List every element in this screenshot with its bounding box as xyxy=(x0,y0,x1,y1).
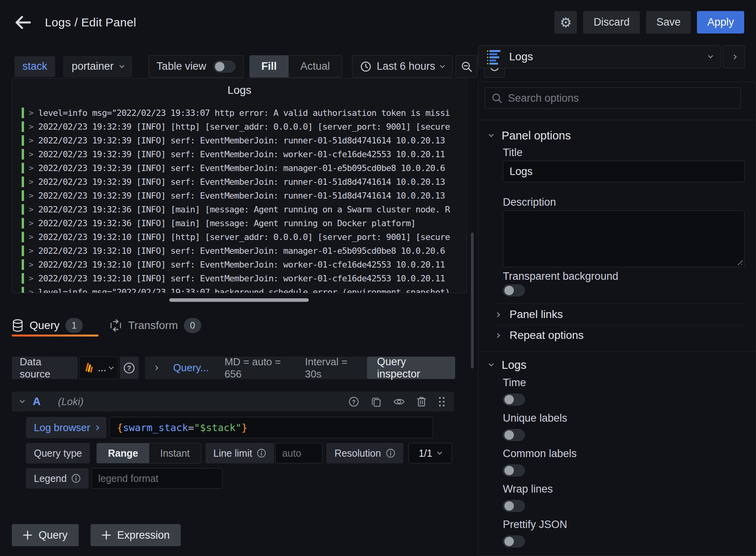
toggle-option-switch[interactable] xyxy=(503,500,525,512)
save-button[interactable]: Save xyxy=(646,11,691,33)
query-help-button[interactable]: ? xyxy=(348,396,359,407)
log-row[interactable]: > 2022/02/23 19:32:10 [INFO] [http] [ser… xyxy=(12,230,467,244)
actual-option[interactable]: Actual xyxy=(289,56,342,77)
panel-settings-button[interactable]: ⚙ xyxy=(554,11,577,33)
discard-button[interactable]: Discard xyxy=(583,11,640,33)
back-button[interactable] xyxy=(12,11,34,33)
help-circle-icon: ? xyxy=(348,396,359,407)
log-line-text: 2022/02/23 19:32:36 [INFO] [main] [messa… xyxy=(38,218,415,228)
instant-option[interactable]: Instant xyxy=(149,443,201,463)
toggle-option-item: Common labels xyxy=(503,448,577,476)
panel-options-section-header[interactable]: Panel options xyxy=(478,125,756,146)
datasource-picker[interactable]: ... xyxy=(79,357,119,379)
horizontal-scrollbar[interactable] xyxy=(169,298,309,302)
log-row[interactable]: > 2022/02/23 19:32:10 [INFO] serf: Event… xyxy=(12,258,467,271)
description-field-label: Description xyxy=(503,196,556,208)
token-label-name: swarm_stack xyxy=(123,422,188,433)
toggle-option-item: Wrap lines xyxy=(503,483,553,512)
vertical-scrollbar[interactable] xyxy=(471,232,474,368)
chevron-down-icon xyxy=(708,53,713,58)
log-row[interactable]: > 2022/02/23 19:32:10 [INFO] serf: Event… xyxy=(12,271,467,285)
tab-query[interactable]: Query 1 xyxy=(12,314,85,337)
log-level-bar xyxy=(22,149,24,160)
svg-text:?: ? xyxy=(352,398,356,405)
info-circle-icon xyxy=(71,474,81,483)
legend-format-input[interactable] xyxy=(91,468,222,489)
toggle-option-item: Time xyxy=(503,377,526,405)
log-row[interactable]: > 2022/02/23 19:32:39 [INFO] serf: Event… xyxy=(12,134,467,147)
log-row[interactable]: > 2022/02/23 19:32:39 [INFO] serf: Event… xyxy=(12,175,467,189)
apply-button[interactable]: Apply xyxy=(697,11,744,33)
query-options-collapsed[interactable]: Query... MD = auto = 656 Interval = 30s xyxy=(145,357,367,379)
query-ref-id: A xyxy=(33,395,41,408)
log-row[interactable]: > 2022/02/23 19:32:36 [INFO] [main] [mes… xyxy=(12,216,467,230)
toggle-option-switch[interactable] xyxy=(503,536,525,547)
logql-query-input[interactable]: {swarm_stack="$stack"} xyxy=(109,417,433,438)
repeat-options-section[interactable]: Repeat options xyxy=(478,325,756,345)
collapse-chevron-icon[interactable] xyxy=(20,398,25,403)
header-actions: ⚙ Discard Save Apply xyxy=(554,11,744,33)
log-level-bar xyxy=(22,273,24,284)
toggle-option-switch[interactable] xyxy=(503,429,525,441)
panel-links-section[interactable]: Panel links xyxy=(478,305,756,324)
transparent-background-toggle[interactable] xyxy=(503,285,525,296)
arrow-left-icon xyxy=(15,16,31,29)
variable-value-dropdown[interactable]: portainer xyxy=(63,56,132,77)
duplicate-query-button[interactable] xyxy=(371,396,382,407)
toggle-option-label: Prettify JSON xyxy=(503,519,567,531)
chevron-down-icon xyxy=(489,132,494,137)
log-browser-button[interactable]: Log browser xyxy=(26,417,106,438)
variable-label[interactable]: stack xyxy=(15,56,55,77)
fill-actual-segmented: Fill Actual xyxy=(249,55,342,78)
log-row[interactable]: > 2022/02/23 19:32:39 [INFO] serf: Event… xyxy=(12,161,467,175)
datasource-picker-value: ... xyxy=(98,362,106,374)
header: Logs / Edit Panel ⚙ Discard Save Apply xyxy=(0,0,756,45)
log-level-bar xyxy=(22,259,24,270)
panel-description-textarea[interactable] xyxy=(503,210,745,267)
panel-title-input[interactable] xyxy=(503,161,745,182)
log-row[interactable]: > 2022/02/23 19:32:36 [INFO] [main] [mes… xyxy=(12,203,467,216)
log-row[interactable]: > 2022/02/23 19:32:10 [INFO] serf: Event… xyxy=(12,244,467,258)
log-row[interactable]: > 2022/02/23 19:32:39 [INFO] serf: Event… xyxy=(12,147,467,161)
line-limit-input[interactable] xyxy=(275,443,322,463)
log-level-bar xyxy=(22,190,24,201)
range-option[interactable]: Range xyxy=(97,443,149,463)
legend-label: Legend xyxy=(26,468,89,489)
line-limit-label: Line limit xyxy=(206,443,274,463)
log-row[interactable]: > 2022/02/23 19:32:39 [INFO] serf: Event… xyxy=(12,189,467,203)
add-expression-button[interactable]: Expression xyxy=(91,524,181,546)
log-row[interactable]: > 2022/02/23 19:32:39 [INFO] [http] [ser… xyxy=(12,120,467,134)
query-datasource-hint: (Loki) xyxy=(58,396,83,408)
resolution-select[interactable]: 1/1 xyxy=(408,443,452,463)
tab-transform[interactable]: Transform 0 xyxy=(109,314,204,337)
resize-handle[interactable] xyxy=(736,258,743,265)
token-close-brace: } xyxy=(241,422,247,433)
active-tab-underline xyxy=(12,335,98,337)
disable-query-button[interactable] xyxy=(393,396,405,407)
datasource-help-button[interactable]: ? xyxy=(120,357,139,379)
toggle-options-pane-button[interactable] xyxy=(723,45,745,68)
logs-options-section-header[interactable]: Logs xyxy=(478,355,756,375)
log-row[interactable]: > level=info msg="2022/02/23 19:33:07 ba… xyxy=(12,285,467,293)
eye-icon xyxy=(393,396,405,407)
table-view-control: Table view xyxy=(148,55,244,78)
log-row[interactable]: > level=info msg="2022/02/23 19:33:07 ht… xyxy=(12,106,467,120)
query-inspector-button[interactable]: Query inspector xyxy=(367,357,455,379)
query-row-header[interactable]: A (Loki) ? xyxy=(12,392,454,411)
table-view-toggle[interactable] xyxy=(213,61,235,73)
log-browser-label: Log browser xyxy=(34,422,90,434)
options-search-input[interactable] xyxy=(508,92,734,104)
add-query-button[interactable]: Query xyxy=(12,524,79,546)
max-data-points: MD = auto = 656 xyxy=(224,356,289,380)
toggle-option-switch[interactable] xyxy=(503,394,525,405)
chevron-right-icon xyxy=(495,312,500,317)
drag-handle[interactable] xyxy=(438,396,445,407)
toggle-option-switch[interactable] xyxy=(503,465,525,476)
toggle-option-label: Wrap lines xyxy=(503,483,553,495)
fill-option[interactable]: Fill xyxy=(250,56,289,77)
delete-query-button[interactable] xyxy=(417,396,426,407)
visualization-select[interactable]: Logs xyxy=(478,45,721,68)
expand-chevron-icon: > xyxy=(29,232,33,242)
zoom-out-time-button[interactable] xyxy=(456,55,477,78)
time-range-picker[interactable]: Last 6 hours xyxy=(352,55,453,78)
